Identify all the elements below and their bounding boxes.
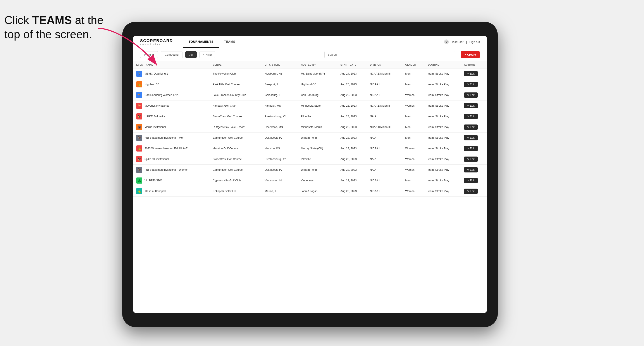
- edit-button[interactable]: ✎ Edit: [464, 157, 478, 162]
- col-venue: VENUE: [210, 61, 262, 68]
- table-row: ⛳ 2023 Women's Hesston Fall Kickoff Hess…: [133, 143, 487, 154]
- tournaments-table: EVENT NAME VENUE CITY, STATE HOSTED BY S…: [133, 61, 487, 197]
- cell-start-date: Aug 28, 2023: [338, 175, 367, 186]
- cell-scoring: team, Stroke Play: [424, 68, 461, 79]
- cell-city-state: Marion, IL: [262, 186, 298, 197]
- cell-event-name: 🐻 Morris Invitational: [133, 122, 210, 133]
- cell-division: NICAA I: [367, 79, 402, 90]
- cell-start-date: Aug 25, 2023: [338, 79, 367, 90]
- top-navigation: SCOREBOARD Powered by clippit TOURNAMENT…: [133, 36, 487, 48]
- cell-venue: Lake Bracken Country Club: [210, 90, 262, 101]
- cell-start-date: Aug 24, 2023: [338, 68, 367, 79]
- filter-icon: ≡: [202, 53, 204, 56]
- event-logo: 🦅: [136, 156, 142, 162]
- event-name-text: Highland 36: [144, 83, 159, 86]
- all-filter-button[interactable]: All: [185, 51, 197, 58]
- edit-button[interactable]: ✎ Edit: [464, 135, 478, 140]
- edit-button[interactable]: ✎ Edit: [464, 71, 478, 76]
- edit-button[interactable]: ✎ Edit: [464, 103, 478, 108]
- cell-actions: ✎ Edit: [461, 90, 487, 101]
- cell-event-name: 🐎 Maverick Invitational: [133, 101, 210, 111]
- cell-hosted-by: William Penn: [298, 133, 337, 143]
- table-row: 🌲 VU PREVIEW Cypress Hills Golf Club Vin…: [133, 175, 487, 186]
- table-header: EVENT NAME VENUE CITY, STATE HOSTED BY S…: [133, 61, 487, 68]
- cell-start-date: Aug 28, 2023: [338, 122, 367, 133]
- cell-start-date: Aug 28, 2023: [338, 111, 367, 122]
- edit-button[interactable]: ✎ Edit: [464, 114, 478, 119]
- cell-division: NAIA: [367, 133, 402, 143]
- cell-actions: ✎ Edit: [461, 122, 487, 133]
- event-logo: 🌲: [136, 177, 142, 183]
- event-logo: ⛳: [136, 188, 142, 194]
- event-name-text: Fall Statesmen Invitational - Men: [144, 136, 184, 139]
- cell-venue: Ruttger's Bay Lake Resort: [210, 122, 262, 133]
- cell-hosted-by: Vincennes: [298, 175, 337, 186]
- cell-actions: ✎ Edit: [461, 133, 487, 143]
- cell-division: NAIA: [367, 165, 402, 175]
- cell-scoring: team, Stroke Play: [424, 122, 461, 133]
- cell-hosted-by: William Penn: [298, 165, 337, 175]
- col-division: DIVISION: [367, 61, 402, 68]
- edit-button[interactable]: ✎ Edit: [464, 178, 478, 183]
- cell-scoring: team, Stroke Play: [424, 143, 461, 154]
- tablet-screen: SCOREBOARD Powered by clippit TOURNAMENT…: [133, 36, 487, 313]
- signout-link[interactable]: Sign out: [469, 40, 480, 44]
- event-name-text: VU PREVIEW: [144, 179, 162, 182]
- cell-hosted-by: Mt. Saint Mary (NY): [298, 68, 337, 79]
- create-button[interactable]: + Create: [460, 51, 480, 58]
- edit-button[interactable]: ✎ Edit: [464, 125, 478, 130]
- nav-user-area: ⚙ Test User | Sign out: [444, 39, 480, 44]
- cell-event-name: ⛳ 2023 Women's Hesston Fall Kickoff: [133, 143, 210, 154]
- event-logo: 🦅: [136, 113, 142, 120]
- search-input[interactable]: [324, 51, 456, 58]
- cell-venue: Edmundson Golf Course: [210, 133, 262, 143]
- cell-city-state: Newburgh, NY: [262, 68, 298, 79]
- cell-start-date: Aug 28, 2023: [338, 143, 367, 154]
- cell-gender: Women: [402, 186, 424, 197]
- cell-event-name: ⛳ Klash at Kokopelli: [133, 186, 210, 197]
- tab-tournaments[interactable]: TOURNAMENTS: [184, 36, 219, 48]
- cell-gender: Men: [402, 175, 424, 186]
- cell-event-name: 🦅 Fall Statesmen Invitational - Women: [133, 165, 210, 175]
- cell-scoring: team, Stroke Play: [424, 101, 461, 111]
- table-row: 🦅 Fall Statesmen Invitational - Men Edmu…: [133, 133, 487, 143]
- event-logo: 🐎: [136, 103, 142, 109]
- cell-event-name: 🦅 upike fall invitational: [133, 154, 210, 165]
- cell-actions: ✎ Edit: [461, 143, 487, 154]
- cell-start-date: Aug 28, 2023: [338, 165, 367, 175]
- cell-division: NCAA Division III: [367, 68, 402, 79]
- cell-scoring: team, Stroke Play: [424, 79, 461, 90]
- edit-button[interactable]: ✎ Edit: [464, 146, 478, 151]
- competing-filter-button[interactable]: Competing: [161, 51, 183, 58]
- edit-button[interactable]: ✎ Edit: [464, 92, 478, 98]
- edit-button[interactable]: ✎ Edit: [464, 188, 478, 194]
- app-logo: SCOREBOARD Powered by clippit: [140, 39, 173, 45]
- hosting-filter-button[interactable]: Hosting: [140, 51, 158, 58]
- table-row: 🏌 Carl Sandburg Women FA23 Lake Bracken …: [133, 90, 487, 101]
- cell-hosted-by: Minnesota-Morris: [298, 122, 337, 133]
- settings-icon[interactable]: ⚙: [444, 39, 449, 44]
- cell-gender: Women: [402, 90, 424, 101]
- filter-button[interactable]: ≡ Filter: [199, 51, 215, 58]
- event-name-text: MSMC Qualifying 1: [144, 72, 168, 75]
- edit-button[interactable]: ✎ Edit: [464, 167, 478, 173]
- edit-button[interactable]: ✎ Edit: [464, 82, 478, 87]
- cell-actions: ✎ Edit: [461, 154, 487, 165]
- cell-gender: Men: [402, 79, 424, 90]
- cell-scoring: team, Stroke Play: [424, 186, 461, 197]
- cell-venue: Hesston Golf Course: [210, 143, 262, 154]
- cell-actions: ✎ Edit: [461, 175, 487, 186]
- cell-scoring: team, Stroke Play: [424, 90, 461, 101]
- cell-hosted-by: Pikeville: [298, 111, 337, 122]
- tab-teams[interactable]: TEAMS: [219, 36, 240, 48]
- cell-actions: ✎ Edit: [461, 68, 487, 79]
- cell-hosted-by: Pikeville: [298, 154, 337, 165]
- cell-scoring: team, Stroke Play: [424, 133, 461, 143]
- cell-venue: Cypress Hills Golf Club: [210, 175, 262, 186]
- cell-division: NICAA II: [367, 175, 402, 186]
- logo-subtitle: Powered by clippit: [140, 43, 173, 45]
- event-name-text: 2023 Women's Hesston Fall Kickoff: [144, 147, 187, 150]
- cell-gender: Women: [402, 101, 424, 111]
- event-logo: 🐻: [136, 124, 142, 130]
- cell-actions: ✎ Edit: [461, 79, 487, 90]
